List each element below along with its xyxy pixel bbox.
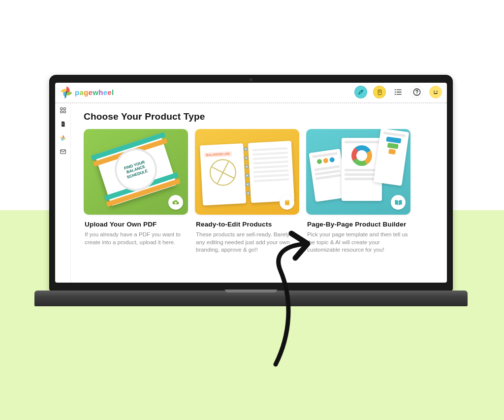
brand-logo[interactable]: pagewheel	[60, 86, 114, 98]
svg-rect-17	[60, 108, 62, 110]
brand-name: pagewheel	[75, 88, 114, 97]
nav-mail[interactable]	[59, 148, 67, 156]
card-desc: If you already have a PDF you want to cr…	[85, 231, 187, 246]
open-book-icon	[394, 199, 403, 206]
book-icon	[284, 199, 291, 206]
help-icon	[412, 88, 421, 97]
nav-brand[interactable]	[59, 134, 67, 142]
svg-point-16	[437, 91, 438, 92]
card-badge	[168, 195, 183, 210]
document-icon	[377, 89, 383, 96]
app-screen: pagewheel	[55, 83, 447, 283]
card-upload-pdf[interactable]: FIND YOUR BALANCE SCHEDULE Upload Your O…	[84, 129, 188, 254]
card-page-builder[interactable]: Page-By-Page Product Builder Pick your p…	[306, 129, 410, 254]
svg-point-0	[66, 92, 67, 93]
cloud-upload-icon	[172, 198, 180, 206]
card-title: Upload Your Own PDF	[85, 221, 187, 228]
side-nav	[55, 103, 71, 283]
nav-grid[interactable]	[59, 106, 67, 114]
profile-smile-button[interactable]	[429, 86, 442, 98]
book-cover-label: FIND YOUR BALANCE SCHEDULE	[116, 157, 157, 182]
svg-point-10	[395, 94, 396, 95]
svg-rect-18	[63, 108, 65, 110]
card-thumb-builder	[306, 129, 410, 215]
nav-page[interactable]	[59, 120, 67, 128]
smile-icon	[431, 88, 440, 97]
pinwheel-icon	[59, 134, 66, 142]
svg-point-8	[395, 92, 396, 93]
grid-icon	[60, 107, 66, 114]
card-ready-to-edit[interactable]: BALANCED LIFE	[195, 129, 299, 254]
pinwheel-icon	[60, 86, 73, 98]
document-button[interactable]	[373, 86, 386, 98]
card-title: Page-By-Page Product Builder	[307, 221, 410, 228]
card-desc: These products are sell-ready. Barely an…	[196, 231, 298, 254]
card-thumb-upload: FIND YOUR BALANCE SCHEDULE	[84, 129, 188, 215]
book-illustration: FIND YOUR BALANCE SCHEDULE	[94, 133, 177, 206]
camera-dot	[250, 78, 252, 81]
svg-point-2	[361, 91, 362, 92]
card-badge	[280, 195, 294, 210]
laptop-notch	[225, 290, 277, 292]
main-content: Choose Your Product Type FIND YOUR BALAN…	[71, 103, 447, 283]
svg-point-15	[434, 91, 435, 92]
list-icon	[394, 89, 402, 96]
rocket-icon	[357, 89, 364, 96]
page-title: Choose Your Product Type	[84, 111, 434, 122]
card-title: Ready-to-Edit Products	[196, 221, 298, 228]
svg-point-13	[416, 94, 417, 95]
svg-rect-20	[63, 111, 65, 113]
svg-rect-19	[60, 111, 62, 113]
binder-tag: BALANCED LIFE	[204, 151, 232, 158]
card-badge	[391, 195, 406, 210]
page-icon	[60, 121, 66, 128]
laptop-base	[34, 291, 468, 306]
top-bar: pagewheel	[55, 83, 447, 103]
card-thumb-ready: BALANCED LIFE	[195, 129, 299, 215]
rocket-button[interactable]	[354, 86, 367, 98]
laptop-frame: pagewheel	[34, 75, 468, 326]
svg-point-6	[395, 89, 396, 90]
product-type-cards: FIND YOUR BALANCE SCHEDULE Upload Your O…	[84, 129, 434, 254]
card-desc: Pick your page template and then tell us…	[307, 231, 410, 254]
mail-icon	[60, 148, 66, 155]
help-button[interactable]	[410, 86, 423, 98]
svg-rect-23	[285, 200, 288, 201]
svg-point-14	[432, 89, 440, 96]
list-button[interactable]	[392, 86, 405, 98]
